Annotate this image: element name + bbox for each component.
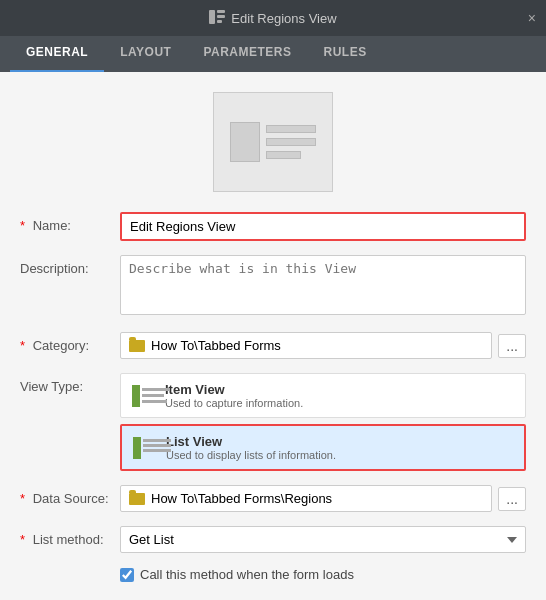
name-wrap <box>120 212 526 241</box>
datasource-value: How To\Tabbed Forms\Regions <box>151 491 332 506</box>
tab-general[interactable]: GENERAL <box>10 34 104 72</box>
description-wrap <box>120 255 526 318</box>
viewtype-label: View Type: <box>20 373 120 394</box>
window-title: Edit Regions View <box>231 11 336 26</box>
item-view-desc: Used to capture information. <box>165 397 303 409</box>
category-select[interactable]: How To\Tabbed Forms <box>120 332 492 359</box>
preview-line-3 <box>266 151 301 159</box>
view-type-options: Item View Used to capture information. <box>120 373 526 471</box>
tab-parameters[interactable]: PARAMETERS <box>187 34 307 72</box>
listmethod-wrap: Get List Get All Get By ID <box>120 526 526 553</box>
preview-line-1 <box>266 125 316 133</box>
viewtype-row: View Type: <box>20 373 526 471</box>
datasource-folder-icon <box>129 493 145 505</box>
list-view-desc: Used to display lists of information. <box>166 449 336 461</box>
name-required: * <box>20 218 25 233</box>
item-view-icon <box>131 384 155 408</box>
listmethod-label: * List method: <box>20 526 120 547</box>
description-row: Description: <box>20 255 526 318</box>
datasource-row: * Data Source: How To\Tabbed Forms\Regio… <box>20 485 526 512</box>
checkbox-row: Call this method when the form loads <box>120 567 526 582</box>
datasource-wrap: How To\Tabbed Forms\Regions ... <box>120 485 526 512</box>
svg-rect-0 <box>209 10 215 24</box>
category-dots-button[interactable]: ... <box>498 334 526 358</box>
category-required: * <box>20 338 25 353</box>
svg-rect-1 <box>217 10 225 13</box>
description-label: Description: <box>20 255 120 276</box>
name-row: * Name: <box>20 212 526 241</box>
description-textarea[interactable] <box>120 255 526 315</box>
category-row: * Category: How To\Tabbed Forms ... <box>20 332 526 359</box>
listmethod-required: * <box>20 532 25 547</box>
main-content: * Name: Description: * Category: How To\… <box>0 72 546 600</box>
list-view-text: List View Used to display lists of infor… <box>166 434 336 461</box>
list-view-icon <box>132 436 156 460</box>
item-view-title: Item View <box>165 382 303 397</box>
autoload-checkbox[interactable] <box>120 568 134 582</box>
name-input[interactable] <box>120 212 526 241</box>
checkbox-label: Call this method when the form loads <box>140 567 354 582</box>
svg-rect-2 <box>217 15 225 18</box>
listmethod-row: * List method: Get List Get All Get By I… <box>20 526 526 553</box>
category-label: * Category: <box>20 332 120 353</box>
title-icon <box>209 10 225 27</box>
item-view-text: Item View Used to capture information. <box>165 382 303 409</box>
folder-icon <box>129 340 145 352</box>
tabs-bar: GENERAL LAYOUT PARAMETERS RULES <box>0 36 546 72</box>
listmethod-select[interactable]: Get List Get All Get By ID <box>120 526 526 553</box>
view-type-list[interactable]: List View Used to display lists of infor… <box>120 424 526 471</box>
tab-layout[interactable]: LAYOUT <box>104 34 187 72</box>
name-label: * Name: <box>20 212 120 233</box>
title-bar: Edit Regions View × <box>0 0 546 36</box>
preview-lines <box>266 125 316 159</box>
datasource-select[interactable]: How To\Tabbed Forms\Regions <box>120 485 492 512</box>
datasource-label: * Data Source: <box>20 485 120 506</box>
tab-rules[interactable]: RULES <box>308 34 383 72</box>
svg-rect-3 <box>217 20 222 23</box>
preview-container <box>20 92 526 192</box>
list-view-title: List View <box>166 434 336 449</box>
category-wrap: How To\Tabbed Forms ... <box>120 332 526 359</box>
viewtype-wrap: Item View Used to capture information. <box>120 373 526 471</box>
preview-line-2 <box>266 138 316 146</box>
preview-card-left <box>230 122 260 162</box>
view-type-item[interactable]: Item View Used to capture information. <box>120 373 526 418</box>
datasource-dots-button[interactable]: ... <box>498 487 526 511</box>
datasource-required: * <box>20 491 25 506</box>
close-button[interactable]: × <box>528 10 536 26</box>
preview-box <box>213 92 333 192</box>
category-value: How To\Tabbed Forms <box>151 338 281 353</box>
